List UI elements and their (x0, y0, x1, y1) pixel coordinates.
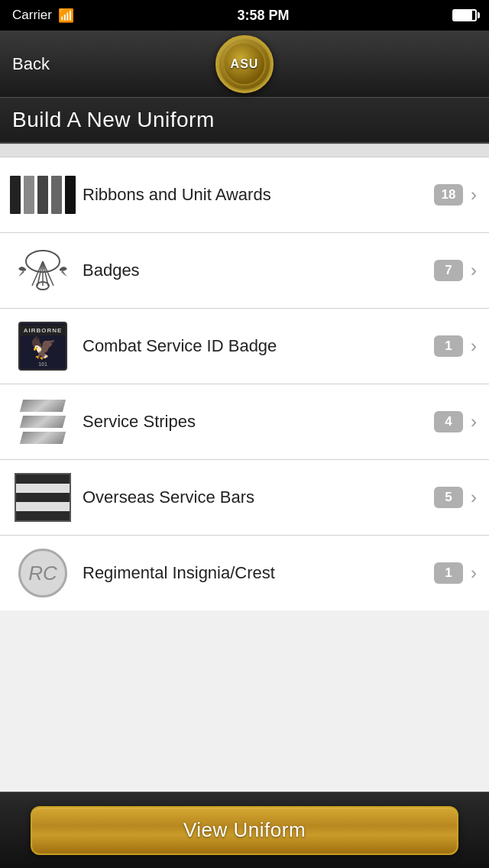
combat-icon: AIRBORNE 🦅 101 (12, 319, 73, 373)
item-badge-badges: 7 (434, 260, 463, 281)
list-item[interactable]: AIRBORNE 🦅 101 Combat Service ID Badge 1… (0, 309, 489, 384)
ribbons-icon (12, 168, 73, 222)
app-logo: ASU (215, 35, 274, 93)
stripes-icon (12, 395, 73, 449)
overseas-icon (12, 471, 73, 524)
item-label-combat: Combat Service ID Badge (83, 336, 434, 356)
item-label-stripes: Service Stripes (83, 412, 434, 432)
item-badge-combat: 1 (434, 335, 463, 357)
chevron-icon-combat: › (471, 335, 477, 357)
chevron-icon-badges: › (471, 260, 477, 281)
list-item[interactable]: Overseas Service Bars 5 › (0, 460, 489, 536)
battery-icon (452, 9, 477, 21)
chevron-icon-stripes: › (471, 411, 477, 432)
section-separator (0, 144, 489, 157)
page-title-bar: Build A New Uniform (0, 98, 489, 144)
view-uniform-button[interactable]: View Uniform (31, 806, 458, 855)
badge-icon (12, 244, 73, 297)
back-button[interactable]: Back (12, 54, 50, 74)
item-badge-stripes: 4 (434, 411, 463, 432)
view-uniform-label: View Uniform (183, 818, 306, 842)
list-item[interactable]: Badges 7 › (0, 233, 489, 309)
list-item[interactable]: Ribbons and Unit Awards 18 › (0, 157, 489, 233)
wifi-icon: 📶 (58, 8, 74, 24)
item-label-ribbons: Ribbons and Unit Awards (83, 185, 434, 205)
chevron-icon-overseas: › (471, 487, 477, 508)
list-item[interactable]: RC Regimental Insignia/Crest 1 › (0, 536, 489, 611)
time-label: 3:58 PM (237, 8, 289, 24)
carrier-label: Carrier (12, 8, 52, 23)
item-label-badges: Badges (83, 261, 434, 280)
page-title: Build A New Uniform (12, 108, 215, 132)
list-item[interactable]: Service Stripes 4 › (0, 384, 489, 460)
item-badge-overseas: 5 (434, 487, 463, 508)
bottom-bar: View Uniform (0, 792, 489, 868)
crest-icon: RC (12, 546, 73, 600)
item-label-overseas: Overseas Service Bars (83, 487, 434, 507)
chevron-icon-crest: › (471, 562, 477, 584)
menu-list: Ribbons and Unit Awards 18 › (0, 157, 489, 611)
item-label-crest: Regimental Insignia/Crest (83, 563, 434, 583)
main-content: Ribbons and Unit Awards 18 › (0, 157, 489, 792)
chevron-icon-ribbons: › (471, 184, 477, 206)
nav-bar: Back ASU (0, 31, 489, 98)
status-left: Carrier 📶 (12, 8, 74, 24)
item-badge-crest: 1 (434, 562, 463, 584)
status-bar: Carrier 📶 3:58 PM (0, 0, 489, 31)
item-badge-ribbons: 18 (434, 184, 463, 206)
